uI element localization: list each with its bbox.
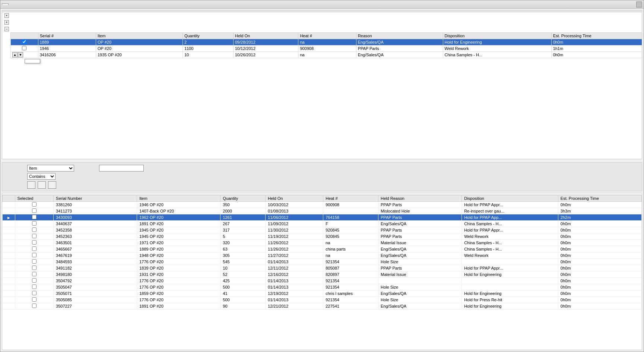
scheduled-row-2[interactable]: 1946 OP #20 1100 10/12/2012 900908 PPAP …: [11, 45, 643, 52]
filter-value-input[interactable]: [99, 165, 144, 172]
heat-cell: 764158: [323, 214, 378, 221]
grid-row[interactable]: 35050471776 OP #2050001/14/2013921354Hol…: [3, 284, 642, 290]
grid-row-checkbox[interactable]: [32, 291, 37, 295]
arrow-cell: [3, 233, 15, 240]
cell-held-on: 10/26/2012: [233, 52, 298, 58]
col-est-processing[interactable]: Est. Processing Time: [558, 195, 641, 202]
grid-row-checkbox[interactable]: [32, 253, 37, 257]
filter-row-2: Contains Equals Starts With Ends With: [4, 173, 640, 180]
main-window: + + −: [0, 0, 644, 352]
grid-row-checkbox[interactable]: [32, 278, 37, 283]
grid-row[interactable]: 35050711859 OP #204112/19/2012chris l sa…: [3, 290, 642, 297]
col-heat-number[interactable]: Heat #: [323, 195, 378, 202]
open-button[interactable]: [48, 181, 56, 189]
using-select[interactable]: Contains Equals Starts With Ends With: [27, 173, 55, 180]
arrow-cell: [3, 284, 15, 290]
col-selected[interactable]: Selected: [15, 195, 53, 202]
col-quantity[interactable]: Quantity: [183, 33, 233, 39]
grid-row[interactable]: 34676191948 OP #2030511/27/2012naEng/Sal…: [3, 252, 642, 259]
grid-row-checkbox[interactable]: [32, 208, 37, 213]
grid-row-checkbox[interactable]: [32, 297, 37, 302]
heat-cell: 921354: [323, 259, 378, 265]
arrow-cell: [3, 271, 15, 278]
title-tab[interactable]: [2, 3, 9, 5]
heat-cell: na: [323, 240, 378, 246]
grid-container[interactable]: Selected Serial Number Item Quantity Hel…: [2, 195, 642, 350]
qty-cell: 500: [221, 284, 266, 290]
grid-row[interactable]: 35050851776 OP #2050001/14/2013921354Hol…: [3, 297, 642, 303]
scheduled-row-3[interactable]: ▲ ▼ 3416206 1935 OP #20 10 10/26/2012 na…: [11, 52, 643, 58]
qty-cell: 10: [221, 265, 266, 271]
col-held-on[interactable]: Held On: [233, 33, 298, 39]
col-serial-number[interactable]: Serial Number: [54, 195, 137, 202]
collapse-this-week[interactable]: +: [4, 13, 9, 18]
qty-cell: 500: [221, 297, 266, 303]
col-reason[interactable]: Reason: [356, 33, 443, 39]
col-item[interactable]: Item: [137, 195, 221, 202]
grid-row-checkbox[interactable]: [32, 259, 37, 264]
grid-row-checkbox[interactable]: [32, 304, 37, 308]
arrow-cell: [3, 297, 15, 303]
grid-row[interactable]: 34656671889 OP #206311/26/2012china part…: [3, 246, 642, 252]
grid-row-checkbox[interactable]: [32, 215, 37, 219]
grid-row[interactable]: 34635011971 OP #2032011/26/2012naMateria…: [3, 240, 642, 246]
col-heat[interactable]: Heat #: [298, 33, 356, 39]
row-checkbox[interactable]: [22, 46, 26, 50]
move-down-button[interactable]: ▼: [18, 52, 23, 57]
held-on-cell: 11/30/2012: [266, 227, 323, 233]
col-serial[interactable]: Serial #: [38, 33, 96, 39]
row-checkbox[interactable]: [22, 40, 26, 44]
grid-row-checkbox[interactable]: [32, 285, 37, 289]
collapse-feb25[interactable]: −: [4, 27, 9, 31]
grid-row[interactable]: 34112731407-Back OP #20200001/08/2013Mis…: [3, 208, 642, 214]
grid-row[interactable]: 34845931776 OP #2054501/14/2013921354Hol…: [3, 259, 642, 265]
qty-cell: 90: [221, 303, 266, 309]
arrow-cell: [3, 303, 15, 309]
grid-row[interactable]: 33812601946 OP #2035010/03/2012900908PPA…: [3, 202, 642, 208]
scheduled-header-row: Serial # Item Quantity Held On Heat # Re…: [11, 33, 643, 39]
item-cell: 1971 OP #20: [137, 240, 221, 246]
held-on-cell: 01/14/2013: [266, 259, 323, 265]
collapse-next-week[interactable]: +: [4, 20, 9, 25]
scheduled-row-1[interactable]: 1889 OP #20 2 09/28/2012 na Eng/Sales/QA…: [11, 39, 643, 45]
grid-row-checkbox[interactable]: [32, 265, 37, 270]
reset-button[interactable]: [38, 181, 46, 189]
held-on-cell: 10/03/2012: [266, 202, 323, 208]
held-reason-cell: Material Issue: [378, 240, 462, 246]
col-item[interactable]: Item: [96, 33, 183, 39]
col-disposition[interactable]: Disposition: [443, 33, 551, 39]
col-held-reason[interactable]: Held Reason: [378, 195, 462, 202]
grid-row[interactable]: 34406371891 OP #2026711/09/2012FEng/Sale…: [3, 221, 642, 227]
grid-row[interactable]: ▶34300931962 OP #20126111/06/2012764158P…: [3, 214, 642, 221]
grid-row[interactable]: 35072271891 OP #209012/21/2012227541Eng/…: [3, 303, 642, 309]
grid-row-checkbox[interactable]: [32, 221, 37, 226]
col-disposition[interactable]: Disposition: [462, 195, 558, 202]
grid-row-checkbox[interactable]: [32, 202, 37, 207]
grid-row[interactable]: 35047921776 OP #2042501/14/20139213540h0…: [3, 278, 642, 284]
col-held-on[interactable]: Held On: [266, 195, 323, 202]
move-up-button[interactable]: ▲: [12, 52, 18, 57]
grid-row-checkbox[interactable]: [32, 227, 37, 232]
grid-row[interactable]: 34523581945 OP #2031711/30/2012920845PPA…: [3, 227, 642, 233]
held-reason-cell: [378, 278, 462, 284]
selected-cell: [15, 297, 53, 303]
grid-row[interactable]: 34911821839 OP #201012/11/2012805087PPAP…: [3, 265, 642, 271]
heat-cell: 920845: [323, 233, 378, 240]
selected-cell: [15, 259, 53, 265]
by-column-select[interactable]: Item Serial Number Quantity Held On Heat…: [27, 165, 74, 172]
close-button[interactable]: [636, 1, 642, 7]
grid-row[interactable]: 34981801931 OP #205212/16/2012820897Mate…: [3, 271, 642, 278]
grid-row-checkbox[interactable]: [32, 272, 37, 276]
arrow-cell: [3, 246, 15, 252]
filter-button[interactable]: [27, 181, 35, 189]
grid-row[interactable]: 34523631945 OP #20511/19/2012920845PPAP …: [3, 233, 642, 240]
selected-cell: [15, 246, 53, 252]
heat-cell: 921354: [323, 278, 378, 284]
col-quantity[interactable]: Quantity: [221, 195, 266, 202]
col-est-time[interactable]: Est. Processing Time: [551, 33, 642, 39]
grid-row-checkbox[interactable]: [32, 234, 37, 238]
context-menu-remove[interactable]: [25, 60, 40, 62]
grid-row-checkbox[interactable]: [32, 240, 37, 245]
grid-row-checkbox[interactable]: [32, 246, 37, 251]
selected-cell: [15, 233, 53, 240]
